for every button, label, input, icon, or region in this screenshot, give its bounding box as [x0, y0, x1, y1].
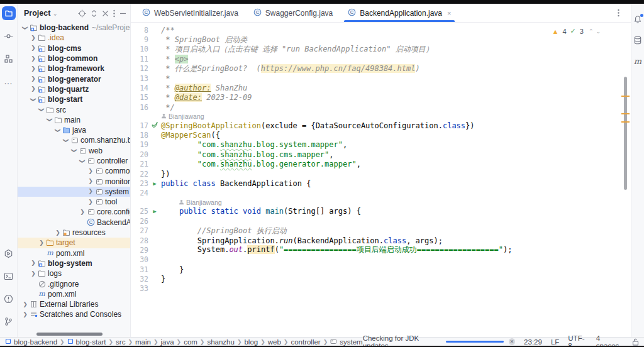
line-number[interactable]: 17: [131, 121, 148, 130]
code-line-21[interactable]: 21 "com.shanzhu.blog.generator.mapper",: [131, 160, 631, 169]
line-number[interactable]: 15: [131, 93, 148, 102]
line-number[interactable]: 22: [131, 170, 148, 179]
chevron-expanded-icon[interactable]: ❯: [62, 138, 70, 143]
breadcrumb-system[interactable]: system: [330, 338, 362, 346]
chevron-collapsed-icon[interactable]: ❯: [30, 86, 37, 92]
tree-item--idea[interactable]: ❯.idea: [18, 33, 130, 43]
chevron-collapsed-icon[interactable]: ❯: [38, 240, 45, 246]
tree-item-tool[interactable]: ❯tool: [18, 197, 130, 207]
chevron-collapsed-icon[interactable]: ❯: [30, 76, 37, 82]
code-line-10[interactable]: 10 * 项目启动入口（点击右键 选择 "run BackendApplicat…: [131, 45, 631, 54]
git-tool-button[interactable]: [2, 314, 16, 328]
code-line-30[interactable]: 30: [131, 255, 631, 265]
code-line-22[interactable]: 22}): [131, 169, 631, 179]
code-area[interactable]: 8/**9 * SpringBoot 启动类10 * 项目启动入口（点击右键 选…: [131, 23, 631, 294]
commit-tool-button[interactable]: [2, 29, 16, 43]
chevron-expanded-icon[interactable]: ❯: [38, 107, 45, 113]
indent-setting[interactable]: 4 spaces: [596, 334, 623, 347]
tree-item-blog-quartz[interactable]: ❯blog-quartz: [18, 84, 130, 94]
chevron-collapsed-icon[interactable]: ❯: [87, 168, 94, 174]
chevron-expanded-icon[interactable]: ❯: [70, 148, 78, 153]
breadcrumb-controller[interactable]: controller: [291, 338, 320, 346]
tree-item-main[interactable]: ❯main: [18, 115, 130, 125]
code-line-18[interactable]: 18@MapperScan({: [131, 130, 631, 140]
line-number[interactable]: 18: [131, 131, 148, 140]
inspections-widget[interactable]: ▲4 ✓3 ⌃⌄: [550, 26, 606, 36]
warning-stripe-mark[interactable]: [621, 113, 630, 114]
warning-stripe-mark[interactable]: [621, 96, 630, 97]
caret-position[interactable]: 23:29: [524, 338, 542, 346]
chevron-collapsed-icon[interactable]: ❯: [30, 45, 37, 51]
breadcrumb-web[interactable]: web: [268, 338, 281, 346]
chevron-collapsed-icon[interactable]: ❯: [54, 230, 62, 236]
tree-item-blog-start[interactable]: ❯blog-start: [18, 94, 130, 104]
breadcrumb-blog-start[interactable]: blog-start: [67, 338, 106, 346]
run-gutter-icon[interactable]: ▶: [148, 209, 161, 214]
collapse-all-icon[interactable]: [102, 10, 109, 17]
chevron-collapsed-icon[interactable]: ❯: [30, 66, 37, 72]
code-line-15[interactable]: 15 * @date: 2023-12-09: [131, 93, 631, 102]
line-number[interactable]: 25: [131, 207, 148, 216]
terminal-tool-button[interactable]: [2, 269, 16, 283]
code-line-28[interactable]: 28 SpringApplication.run(BackendApplicat…: [131, 236, 631, 245]
line-number[interactable]: 21: [131, 160, 148, 168]
code-line-13[interactable]: 13 *: [131, 74, 631, 83]
breadcrumb-src[interactable]: src: [116, 338, 125, 346]
chevron-collapsed-icon[interactable]: ❯: [30, 56, 37, 62]
tree-item-blog-cms[interactable]: ❯blog-cms: [18, 43, 130, 53]
line-number[interactable]: 26: [131, 217, 148, 226]
line-number[interactable]: 11: [131, 55, 148, 63]
spring-bean-gutter-icon[interactable]: [148, 121, 161, 129]
horizontal-scrollbar[interactable]: [36, 333, 103, 336]
tree-item-src[interactable]: ❯src: [18, 104, 130, 114]
tree-item-blog-common[interactable]: ❯blog-common: [18, 53, 130, 63]
breadcrumb-main[interactable]: main: [135, 338, 151, 346]
tree-item-blog-framework[interactable]: ❯blog-framework: [18, 63, 130, 74]
database-button[interactable]: [633, 36, 642, 47]
code-author-hint[interactable]: Bianjiawang: [131, 113, 631, 121]
tree-item-common[interactable]: ❯common: [18, 166, 130, 176]
expand-collapse-icon[interactable]: [91, 9, 97, 18]
line-number[interactable]: 9: [131, 35, 148, 44]
more-tools-button[interactable]: …: [2, 74, 16, 88]
tree-item-target[interactable]: ❯target: [18, 238, 130, 248]
tree-item-logs[interactable]: ❯logs: [18, 268, 130, 278]
code-author-hint[interactable]: Bianjiawang: [131, 198, 631, 207]
tree-item-external-libraries[interactable]: ❯External Libraries: [18, 299, 130, 309]
tree-item-blog-backend[interactable]: ❯blog-backend~/saleProject/博客: [18, 23, 130, 33]
chevron-collapsed-icon[interactable]: ❯: [87, 179, 94, 184]
line-number[interactable]: 28: [131, 236, 148, 245]
code-line-27[interactable]: 27 //SpringBoot 执行启动: [131, 226, 631, 235]
maven-button[interactable]: m: [634, 57, 641, 66]
chevron-collapsed-icon[interactable]: ❯: [30, 260, 37, 266]
file-encoding[interactable]: UTF-8: [568, 334, 587, 347]
tree-item-controller[interactable]: ❯controller: [18, 156, 130, 166]
tree-item-core-config[interactable]: ❯core.config: [18, 207, 130, 217]
chevron-expanded-icon[interactable]: ❯: [46, 117, 53, 123]
tree-item-blog-generator[interactable]: ❯blog-generator: [18, 74, 130, 84]
tree-item--gitignore[interactable]: .gitignore: [18, 278, 130, 289]
code-line-33[interactable]: 33: [131, 284, 631, 294]
breadcrumb-blog-backend[interactable]: blog-backend: [5, 338, 57, 346]
line-number[interactable]: 33: [131, 284, 148, 293]
breadcrumb-blog[interactable]: blog: [244, 338, 258, 346]
code-line-20[interactable]: 20 "com.shanzhu.blog.cms.mapper",: [131, 150, 631, 159]
code-line-17[interactable]: 17@SpringBootApplication(exclude = {Data…: [131, 121, 631, 130]
line-number[interactable]: 13: [131, 74, 148, 83]
line-number[interactable]: 27: [131, 226, 148, 235]
unlock-icon[interactable]: [632, 338, 639, 346]
tab-webservletinitializer-java[interactable]: CWebServletInitializer.java: [135, 4, 246, 22]
line-number[interactable]: 12: [131, 64, 148, 73]
tab-swaggerconfig-java[interactable]: CSwaggerConfig.java: [246, 4, 340, 22]
cancel-task-button[interactable]: ✕: [509, 338, 515, 345]
locate-file-icon[interactable]: [78, 9, 86, 18]
tab-backendapplication-java[interactable]: CBackendApplication.java×: [340, 4, 458, 22]
line-number[interactable]: 23: [131, 179, 148, 188]
chevron-collapsed-icon[interactable]: ❯: [21, 302, 29, 307]
line-number[interactable]: 31: [131, 265, 148, 274]
code-line-11[interactable]: 11 * <p>: [131, 54, 631, 63]
chevron-collapsed-icon[interactable]: ❯: [79, 209, 86, 215]
line-number[interactable]: 32: [131, 275, 148, 284]
code-line-14[interactable]: 14 * @author: ShanZhu: [131, 83, 631, 92]
line-number[interactable]: 30: [131, 255, 148, 264]
